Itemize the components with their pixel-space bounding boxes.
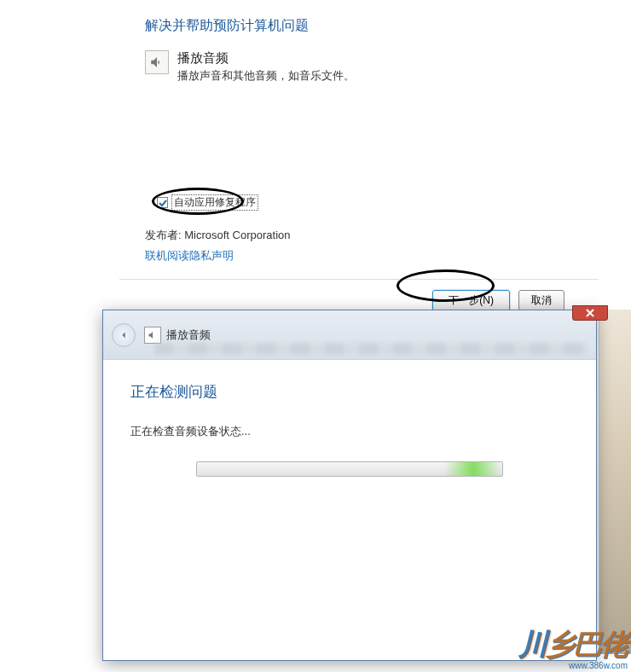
troubleshooter-item[interactable]: 播放音频 播放声音和其他音频，如音乐文件。 xyxy=(145,50,631,84)
watermark-url: www.386w.com xyxy=(518,661,628,670)
auto-repair-label: 自动应用修复程序 xyxy=(171,194,258,211)
troubleshooter-item-text: 播放音频 播放声音和其他音频，如音乐文件。 xyxy=(177,50,355,84)
back-button[interactable] xyxy=(112,323,136,347)
publisher-label: 发布者: xyxy=(145,229,182,241)
auto-repair-row: 自动应用修复程序 xyxy=(157,194,631,211)
auto-repair-checkbox[interactable] xyxy=(157,197,168,208)
publisher-row: 发布者: Microsoft Corporation xyxy=(145,228,631,243)
title-bar: 播放音频 xyxy=(103,310,596,360)
progress-bar xyxy=(196,461,503,477)
close-button[interactable] xyxy=(572,305,608,321)
item-description: 播放声音和其他音频，如音乐文件。 xyxy=(177,68,355,84)
progress-indicator xyxy=(444,462,502,476)
speaker-icon xyxy=(144,327,161,344)
dialog-heading: 正在检测问题 xyxy=(130,382,569,402)
next-button[interactable]: 下一步(N) xyxy=(432,290,510,311)
item-title: 播放音频 xyxy=(177,50,355,67)
page-heading: 解决并帮助预防计算机问题 xyxy=(145,17,631,35)
speaker-icon xyxy=(145,50,169,74)
troubleshooter-page: 解决并帮助预防计算机问题 播放音频 播放声音和其他音频，如音乐文件。 自动应用修… xyxy=(0,0,631,264)
status-text: 正在检查音频设备状态... xyxy=(130,424,569,439)
cancel-button[interactable]: 取消 xyxy=(518,290,564,311)
progress-dialog: 播放音频 正在检测问题 正在检查音频设备状态... xyxy=(102,310,597,661)
blurred-content xyxy=(154,343,588,355)
publisher-value: Microsoft Corporation xyxy=(184,229,290,241)
dialog-body: 正在检测问题 正在检查音频设备状态... xyxy=(103,360,596,499)
privacy-link[interactable]: 联机阅读隐私声明 xyxy=(145,248,234,264)
dialog-title: 播放音频 xyxy=(166,327,211,343)
background-photo-strip xyxy=(599,310,631,654)
